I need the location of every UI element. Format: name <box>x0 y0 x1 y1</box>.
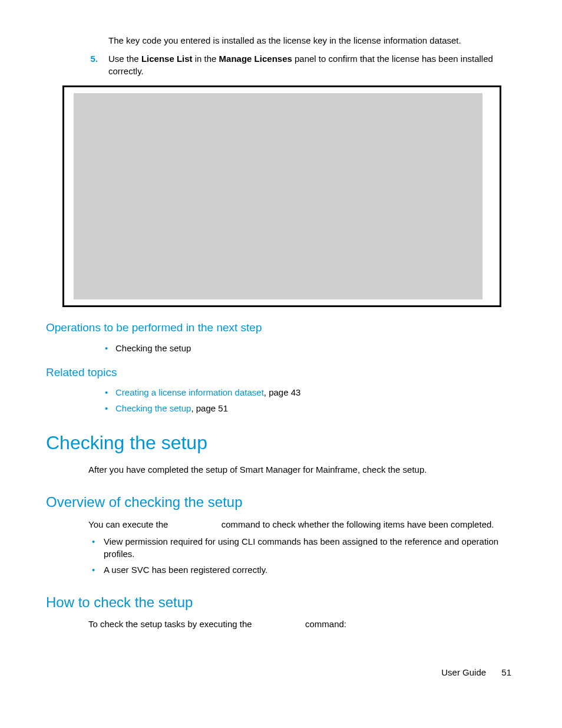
page-ref: , page 51 <box>191 403 228 413</box>
list-item: View permission required for using CLI c… <box>92 535 518 560</box>
section-intro: After you have completed the setup of Sm… <box>88 463 518 476</box>
footer-label: User Guide <box>441 667 486 677</box>
overview-heading: Overview of checking the setup <box>46 492 518 512</box>
list-item: Checking the setup <box>105 342 518 354</box>
text-fragment: To check the setup tasks by executing th… <box>88 619 254 629</box>
related-link[interactable]: Checking the setup <box>115 403 191 413</box>
text-fragment: in the <box>193 54 219 64</box>
page-ref: , page 43 <box>264 387 301 397</box>
section-heading-checking-setup: Checking the setup <box>46 430 518 456</box>
list-item: Checking the setup, page 51 <box>105 402 518 414</box>
text-fragment: You can execute the <box>88 519 171 529</box>
overview-list: View permission required for using CLI c… <box>92 535 518 576</box>
figure-placeholder <box>74 93 482 299</box>
operations-list: Checking the setup <box>105 342 518 354</box>
related-link[interactable]: Creating a license information dataset <box>115 387 264 397</box>
text-fragment: command: <box>303 619 346 629</box>
related-topics-list: Creating a license information dataset, … <box>105 386 518 414</box>
page-number: 51 <box>501 667 511 677</box>
figure-container <box>62 85 501 307</box>
bold-manage-licenses: Manage Licenses <box>219 54 292 64</box>
bold-license-list: License List <box>141 54 193 64</box>
operations-heading: Operations to be performed in the next s… <box>46 320 518 336</box>
howto-body: To check the setup tasks by executing th… <box>88 618 518 630</box>
step-text: Use the License List in the Manage Licen… <box>108 52 518 77</box>
text-fragment: Use the <box>108 54 141 64</box>
step-5: 5. Use the License List in the Manage Li… <box>85 52 518 77</box>
related-topics-heading: Related topics <box>46 365 518 381</box>
step-number: 5. <box>85 52 108 77</box>
text-fragment: command to check whether the following i… <box>219 519 494 529</box>
list-item: A user SVC has been registered correctly… <box>92 564 518 576</box>
howto-heading: How to check the setup <box>46 592 518 612</box>
list-item: Creating a license information dataset, … <box>105 386 518 398</box>
overview-body: You can execute the command to check whe… <box>88 518 518 531</box>
intro-paragraph: The key code you entered is installed as… <box>108 34 518 47</box>
page-footer: User Guide 51 <box>441 666 511 678</box>
